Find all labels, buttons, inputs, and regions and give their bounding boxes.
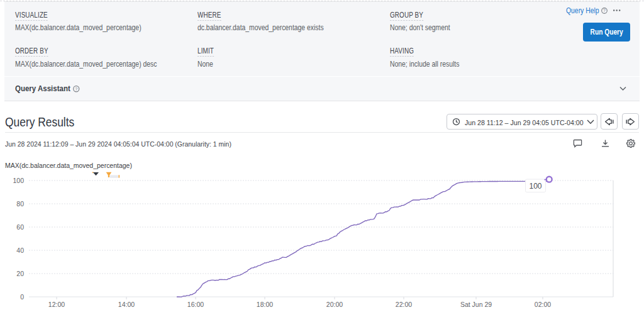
svg-text:100: 100	[529, 182, 541, 191]
svg-text:20: 20	[16, 270, 24, 277]
svg-text:14:00: 14:00	[118, 301, 135, 308]
svg-text:16:00: 16:00	[187, 301, 204, 308]
svg-text:100: 100	[13, 177, 24, 184]
svg-text:12:00: 12:00	[48, 301, 65, 308]
svg-text:18:00: 18:00	[257, 301, 273, 308]
svg-text:80: 80	[16, 200, 24, 208]
svg-text:22:00: 22:00	[396, 301, 412, 308]
svg-text:02:00: 02:00	[535, 301, 551, 308]
svg-text:20:00: 20:00	[326, 301, 343, 308]
svg-text:60: 60	[16, 223, 24, 231]
svg-text:40: 40	[16, 247, 24, 254]
svg-text:0: 0	[20, 293, 24, 301]
svg-text:Sat Jun 29: Sat Jun 29	[460, 301, 492, 308]
